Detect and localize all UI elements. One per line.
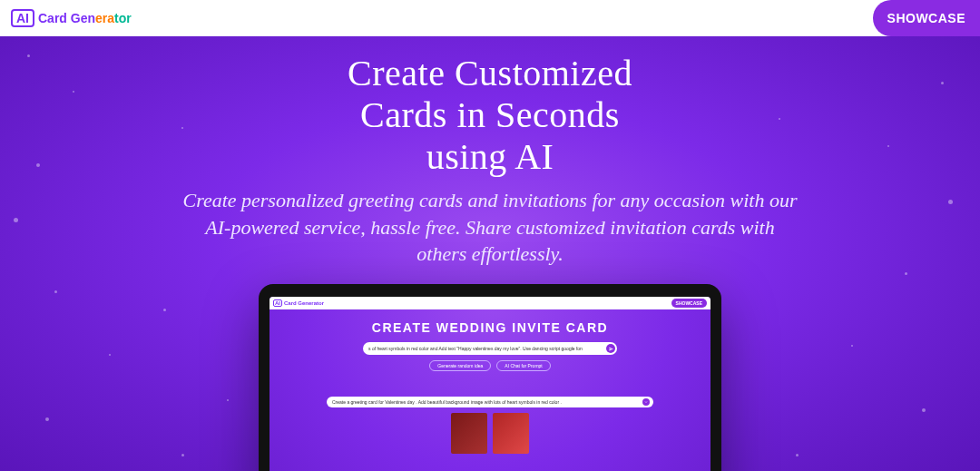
preview-chat-button: AI Chat for Prompt xyxy=(496,360,550,371)
preview-logo-badge: AI xyxy=(273,299,282,307)
preview-screen: AI Card Generator SHOWCASE CREATE WEDDIN… xyxy=(270,297,710,471)
preview-random-button: Generate random idea xyxy=(429,360,491,371)
preview-prompt-text: s of heart symbols in red color and Add … xyxy=(368,346,606,351)
preview-logo-text: Card Generator xyxy=(284,300,324,306)
preview-card-thumbnail xyxy=(451,413,487,454)
preview-button-row: Generate random idea AI Chat for Prompt xyxy=(297,360,683,371)
preview-card-thumbnails xyxy=(297,413,683,454)
hero-title-line2: Cards in Seconds xyxy=(18,94,962,136)
main-header: AI Card Generator SHOWCASE xyxy=(0,0,980,36)
device-frame: AI Card Generator SHOWCASE CREATE WEDDIN… xyxy=(259,284,721,471)
preview-lower-input: Create a greeting card for Valentines da… xyxy=(327,397,653,407)
preview-content: CREATE WEDDING INVITE CARD s of heart sy… xyxy=(270,309,710,454)
preview-title: CREATE WEDDING INVITE CARD xyxy=(297,320,683,335)
hero-title-line3: using AI xyxy=(18,136,962,178)
preview-header: AI Card Generator SHOWCASE xyxy=(270,297,710,309)
showcase-button[interactable]: SHOWCASE xyxy=(873,0,980,36)
preview-showcase-button: SHOWCASE xyxy=(671,299,707,308)
hero-subtitle: Create personalized greeting cards and i… xyxy=(181,187,799,268)
preview-lower-text: Create a greeting card for Valentines da… xyxy=(332,399,642,405)
preview-card-thumbnail xyxy=(493,413,529,454)
chevron-down-icon xyxy=(642,398,650,406)
logo-text: Card Generator xyxy=(38,11,132,25)
hero-title: Create Customized Cards in Seconds using… xyxy=(18,53,962,178)
send-icon xyxy=(606,344,615,353)
hero-title-line1: Create Customized xyxy=(18,53,962,94)
logo[interactable]: AI Card Generator xyxy=(11,9,132,27)
preview-logo: AI Card Generator xyxy=(273,299,324,307)
hero-section: Create Customized Cards in Seconds using… xyxy=(0,36,980,471)
logo-badge: AI xyxy=(11,9,34,27)
preview-prompt-input: s of heart symbols in red color and Add … xyxy=(363,342,617,355)
